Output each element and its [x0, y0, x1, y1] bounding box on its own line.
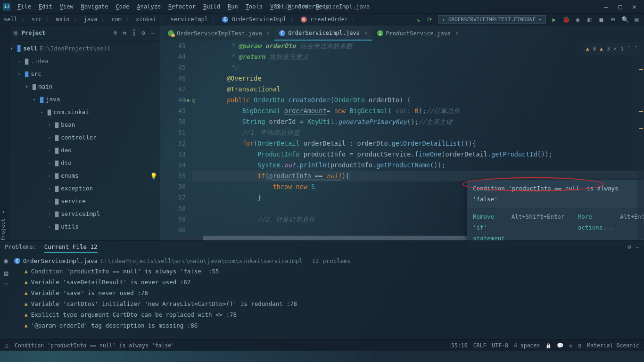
menu-analyze[interactable]: Analyze — [134, 2, 165, 11]
filter-icon[interactable]: ▤ — [4, 269, 8, 277]
problem-item[interactable]: ▲'@param orderId' tag description is mis… — [14, 320, 642, 331]
build-icon[interactable]: ↘ — [414, 16, 421, 23]
menu-code[interactable]: Code — [113, 2, 133, 11]
notifications-icon[interactable]: 💬 — [557, 342, 563, 349]
tree-node[interactable]: ›▇service — [9, 195, 160, 207]
close-tab-icon[interactable]: × — [364, 30, 368, 36]
view-mode-icon[interactable]: ◉ — [4, 257, 8, 264]
quickfix-link[interactable]: Remove 'if' statement — [473, 211, 505, 244]
tree-node[interactable]: ›▇utils — [9, 220, 160, 233]
breadcrumb[interactable]: sell〉src〉main〉java〉com〉xinkai〉serviceImp… — [4, 16, 360, 24]
close-icon[interactable]: ✕ — [633, 3, 636, 10]
menu-edit[interactable]: Edit — [35, 2, 56, 11]
menu-view[interactable]: View — [57, 2, 77, 11]
stop-icon[interactable]: ■ — [598, 16, 605, 23]
intention-bulb-icon[interactable]: 💡 — [150, 171, 157, 181]
run-config-selector[interactable]: ▸ ORDERSERVICEIMPLTEST.FINDONE ▾ — [438, 15, 546, 24]
structure-icon[interactable]: ⊞ — [610, 16, 617, 23]
indent-setting[interactable]: 4 spaces — [514, 342, 540, 349]
problem-item[interactable]: ▲Variable 'cartDtos' initializer 'new Ar… — [14, 298, 642, 309]
tree-node[interactable]: ›▇bean — [9, 118, 160, 131]
menu-navigate[interactable]: Navigate — [78, 2, 112, 11]
file-encoding[interactable]: UTF-8 — [492, 342, 508, 349]
tree-node[interactable]: ›▇dao — [9, 144, 160, 156]
more-actions-link[interactable]: More actions... — [578, 211, 613, 244]
select-opened-icon[interactable]: ⊕ — [112, 29, 119, 36]
project-tree[interactable]: ▾▉ sell E:\IdeaProjects\sell ›▇.idea▾▇sr… — [0, 41, 160, 240]
quickfix-shortcut: Alt+Shift+Enter — [512, 211, 565, 244]
ide-logo-icon: IJ — [3, 3, 10, 10]
left-tool-strip[interactable]: Project ▸ — [0, 25, 9, 240]
folder-icon: ▇ — [33, 83, 36, 90]
file-type-icon: I — [377, 30, 383, 36]
tree-node[interactable]: ▾▇src — [9, 67, 160, 80]
caret-position[interactable]: 55:16 — [451, 342, 468, 349]
close-tab-icon[interactable]: × — [455, 30, 459, 36]
expand-all-icon[interactable]: ⇆ — [122, 29, 128, 36]
collapse-icon[interactable]: ┇ — [131, 29, 138, 36]
editor-tab[interactable]: COrderServiceImpl.java× — [274, 26, 372, 41]
menu-tools[interactable]: Tools — [242, 2, 266, 11]
problem-item[interactable]: ▲Variable 'save' is never used :76 — [14, 288, 642, 298]
navigation-bar: sell〉src〉main〉java〉com〉xinkai〉serviceImp… — [0, 13, 644, 25]
tree-node[interactable]: ▾▇java — [9, 93, 160, 106]
problems-file-path: E:\IdeaProjects\sell\src\main\java\com\x… — [100, 257, 303, 264]
tree-node[interactable]: ›▇.idea — [9, 55, 160, 67]
panel-settings-icon[interactable]: ⚙ — [627, 243, 631, 250]
minimize-icon[interactable]: — — [604, 3, 608, 10]
tool-windows-icon[interactable]: ▢ — [5, 342, 8, 349]
coverage-icon[interactable]: ◉ — [574, 16, 581, 23]
profile-icon[interactable]: ◧ — [586, 16, 593, 23]
project-tool-window: ▤ Project ⊕ ⇆ ┇ ⚙ — ▾▉ sell E:\IdeaProje… — [0, 25, 160, 240]
run-icon[interactable]: ▶ — [551, 16, 558, 23]
editor-tabs: OrderServiceImplTest.java×COrderServiceI… — [160, 25, 644, 41]
menu-build[interactable]: Build — [200, 2, 223, 11]
problems-toolbar: ◉ ▤ ♡ — [0, 253, 12, 340]
project-view-icon[interactable]: ▤ — [12, 29, 19, 36]
line-separator[interactable]: CRLF — [473, 342, 487, 349]
sync-icon[interactable]: ⟳ — [426, 16, 433, 23]
warning-icon: ▲ — [25, 268, 28, 274]
menu-refactor[interactable]: Refactor — [165, 2, 199, 11]
line-gutter[interactable]: 434445464748↑● @49505152535455💡565758596… — [160, 41, 192, 236]
editor-tab[interactable]: IProductService.java× — [372, 26, 463, 41]
folder-icon: ▇ — [40, 96, 43, 103]
debug-icon[interactable]: 🐞 — [562, 16, 570, 23]
problems-summary: 12 problems — [312, 257, 351, 264]
problems-tab-all[interactable]: Problems: — [5, 243, 37, 250]
code-editor[interactable]: ▲8 ▲3 ✔1 ˆˇ 434445464748↑● @495051525354… — [160, 41, 644, 236]
ide-updates-icon[interactable]: ↻ — [569, 342, 572, 349]
profile-icon[interactable]: ◔ — [578, 342, 581, 349]
tree-node[interactable]: ›▇enums — [9, 169, 160, 182]
menu-run[interactable]: Run — [224, 2, 241, 11]
problem-item[interactable]: ▲Condition 'productInfo == null' is alwa… — [14, 266, 642, 277]
folder-icon: ▇ — [55, 173, 58, 179]
inspection-widget[interactable]: ▲8 ▲3 ✔1 ˆˇ — [583, 42, 640, 55]
readonly-icon[interactable] — [545, 342, 551, 349]
problem-item[interactable]: ▲Explicit type argument CartDto can be r… — [14, 309, 642, 320]
project-icon: ▉ — [17, 45, 21, 52]
hide-icon[interactable]: — — [149, 29, 156, 36]
warning-icon: ▲ — [25, 279, 28, 285]
problems-file-header[interactable]: C OrderServiceImpl.java E:\IdeaProjects\… — [14, 256, 642, 266]
settings-icon[interactable]: ▤ — [633, 16, 640, 23]
tree-node[interactable]: ▾▇com.xinkai — [9, 106, 160, 118]
maximize-icon[interactable]: ▢ — [618, 3, 622, 10]
menu-file[interactable]: File — [14, 2, 34, 11]
close-tab-icon[interactable]: × — [267, 30, 270, 36]
tool-settings-icon[interactable]: ⚙ — [140, 29, 147, 36]
search-icon[interactable]: 🔍 — [621, 16, 628, 23]
theme-indicator[interactable]: Material Oceanic — [587, 342, 639, 349]
tree-node[interactable]: ▾▇main — [9, 80, 160, 93]
panel-hide-icon[interactable]: — — [636, 243, 639, 250]
tree-node[interactable]: ›▇dto — [9, 156, 160, 169]
bulb-icon[interactable]: ♡ — [4, 281, 8, 289]
editor-tab[interactable]: OrderServiceImplTest.java× — [163, 26, 274, 41]
tree-node[interactable]: ›▇exception — [9, 182, 160, 195]
problem-item[interactable]: ▲Variable 'saveDetailResult' is never us… — [14, 277, 642, 288]
tree-node[interactable]: ›▇controller — [9, 131, 160, 144]
error-stripe[interactable] — [637, 41, 644, 239]
folder-icon: ▇ — [55, 160, 58, 166]
tree-node[interactable]: ›▇serviceImpl — [9, 207, 160, 220]
problems-tab-current[interactable]: Current File 12 — [44, 243, 98, 253]
